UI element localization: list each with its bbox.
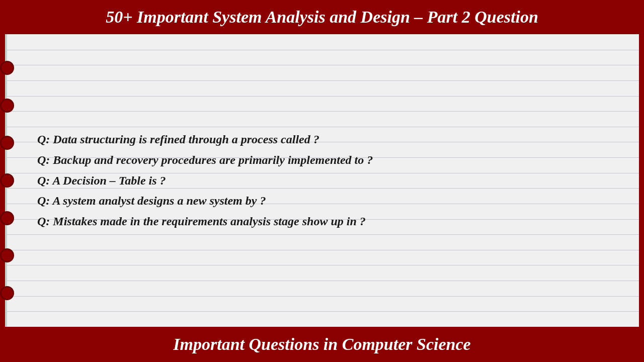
- question-item: Q: Mistakes made in the requirements ana…: [37, 211, 614, 232]
- hole-4: [0, 173, 14, 188]
- hole-7: [0, 286, 14, 300]
- footer-title: Important Questions in Computer Science: [173, 335, 470, 354]
- footer: Important Questions in Computer Science: [0, 327, 644, 362]
- question-item: Q: Backup and recovery procedures are pr…: [37, 150, 614, 170]
- hole-6: [0, 248, 14, 262]
- hole-5: [0, 211, 14, 225]
- question-item: Q: Data structuring is refined through a…: [37, 129, 614, 150]
- header-title: 50+ Important System Analysis and Design…: [106, 8, 538, 27]
- hole-3: [0, 136, 14, 150]
- hole-1: [0, 61, 14, 75]
- content-area: Q: Data structuring is refined through a…: [22, 34, 629, 327]
- notebook-container: Q: Data structuring is refined through a…: [5, 34, 639, 327]
- question-item: Q: A system analyst designs a new system…: [37, 191, 614, 211]
- hole-2: [0, 99, 14, 113]
- question-item: Q: A Decision – Table is ?: [37, 170, 614, 191]
- header: 50+ Important System Analysis and Design…: [0, 0, 644, 34]
- spiral-holes: [0, 34, 16, 327]
